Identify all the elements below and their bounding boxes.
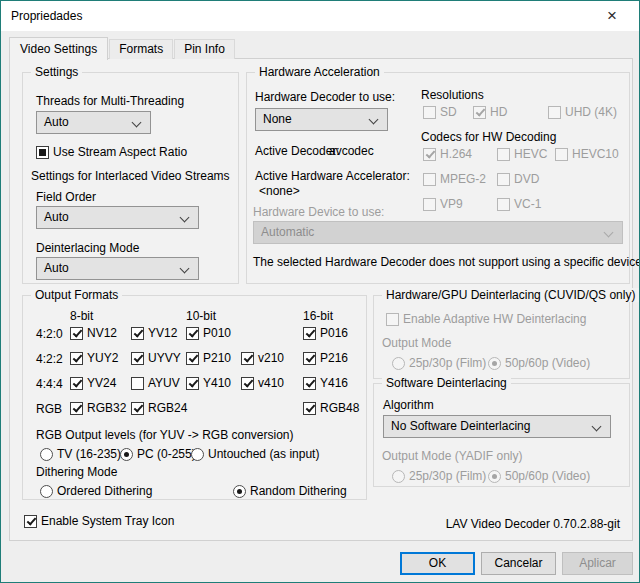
radio-sw-film: 25p/30p (Film) (392, 469, 486, 483)
radio-tv-levels[interactable]: TV (16-235) (40, 447, 121, 461)
tab-pin-info[interactable]: Pin Info (174, 39, 235, 59)
tab-video-settings[interactable]: Video Settings (9, 37, 108, 60)
radio-label: PC (0-255) (137, 447, 196, 461)
checkbox-box (423, 198, 436, 211)
format-rgb24-checkbox[interactable]: RGB24 (131, 401, 187, 415)
codec-hevc10-checkbox: HEVC10 (555, 147, 619, 161)
hw-decoder-label: Hardware Decoder to use: (255, 90, 395, 104)
format-v210-checkbox[interactable]: v210 (241, 351, 284, 365)
format-y410-checkbox[interactable]: Y410 (186, 376, 231, 390)
sw-deint-group-title: Software Deinterlacing (382, 376, 511, 390)
resolutions-title: Resolutions (421, 88, 484, 102)
format-p016-checkbox[interactable]: P016 (303, 326, 348, 340)
checkbox-box (186, 352, 199, 365)
checkbox-box (70, 402, 83, 415)
radio-random-dithering[interactable]: Random Dithering (233, 484, 347, 498)
checkbox-label: Enable Adaptive HW Deinterlacing (403, 312, 586, 326)
algorithm-value: No Software Deinterlacing (391, 419, 530, 433)
checkbox-box (131, 352, 144, 365)
format-rgb48-checkbox[interactable]: RGB48 (303, 401, 359, 415)
close-icon: × (607, 7, 617, 24)
format-uyvy-checkbox[interactable]: UYVY (131, 351, 181, 365)
hw-decoder-value: None (263, 112, 292, 126)
radio-pc-levels[interactable]: PC (0-255) (120, 447, 196, 461)
checkbox-label: P216 (320, 351, 348, 365)
hw-decoder-combobox[interactable]: None (255, 108, 388, 131)
hw-device-note: The selected Hardware Decoder does not s… (253, 255, 640, 269)
checkbox-label: Y416 (320, 376, 348, 390)
hw-deinterlacing-group: Hardware/GPU Deinterlacing (CUVID/QS onl… (373, 295, 630, 379)
hw-deint-group-title: Hardware/GPU Deinterlacing (CUVID/QS onl… (382, 288, 639, 302)
checkbox-label: UHD (4K) (565, 105, 617, 119)
deinterlacing-mode-combobox[interactable]: Auto (36, 257, 199, 280)
format-rgb32-checkbox[interactable]: RGB32 (70, 401, 126, 415)
codecs-title: Codecs for HW Decoding (421, 130, 556, 144)
checkbox-label: P210 (203, 351, 231, 365)
resolution-uhd-checkbox: UHD (4K) (548, 105, 617, 119)
cancel-button[interactable]: Cancelar (481, 552, 556, 575)
checkbox-label: VC-1 (514, 197, 541, 211)
tab-formats[interactable]: Formats (109, 39, 173, 59)
format-yv12-checkbox[interactable]: YV12 (131, 326, 177, 340)
threads-label: Threads for Multi-Threading (36, 94, 184, 108)
checkbox-box (497, 198, 510, 211)
format-v410-checkbox[interactable]: v410 (241, 376, 284, 390)
checkbox-box (423, 173, 436, 186)
col-header-16bit: 16-bit (303, 309, 333, 323)
checkbox-label: YUY2 (87, 351, 118, 365)
checkbox-label: P010 (203, 326, 231, 340)
radio-circle (488, 470, 501, 483)
format-yv24-checkbox[interactable]: YV24 (70, 376, 116, 390)
window-title: Propriedades (11, 9, 82, 23)
codec-hevc-checkbox: HEVC (497, 147, 547, 161)
radio-label: Untouched (as input) (208, 447, 319, 461)
checkbox-label: NV12 (87, 326, 117, 340)
col-header-8bit: 8-bit (70, 309, 93, 323)
ok-button-label: OK (429, 556, 446, 570)
titlebar: Propriedades × (1, 1, 639, 31)
checkbox-box (497, 148, 510, 161)
rgb-levels-label: RGB Output levels (for YUV -> RGB conver… (36, 428, 294, 442)
codec-vp9-checkbox: VP9 (423, 197, 463, 211)
ok-button[interactable]: OK (400, 552, 475, 575)
checkbox-box (131, 327, 144, 340)
algorithm-combobox[interactable]: No Software Deinterlacing (383, 415, 611, 438)
radio-ordered-dithering[interactable]: Ordered Dithering (40, 484, 152, 498)
threads-combobox[interactable]: Auto (36, 111, 151, 134)
checkbox-label: AYUV (148, 376, 180, 390)
format-ayuv-checkbox[interactable]: AYUV (131, 376, 180, 390)
field-order-combobox[interactable]: Auto (36, 206, 199, 229)
format-nv12-checkbox[interactable]: NV12 (70, 326, 117, 340)
checkbox-box (303, 402, 316, 415)
checkbox-box (423, 106, 436, 119)
radio-untouched-levels[interactable]: Untouched (as input) (191, 447, 319, 461)
checkbox-box (131, 402, 144, 415)
format-yuy2-checkbox[interactable]: YUY2 (70, 351, 118, 365)
checkbox-box (555, 148, 568, 161)
close-button[interactable]: × (591, 1, 633, 30)
radio-circle (392, 357, 405, 370)
row-label-444: 4:4:4 (36, 377, 63, 391)
format-p010-checkbox[interactable]: P010 (186, 326, 231, 340)
apply-button: Aplicar (562, 552, 633, 575)
radio-circle (392, 470, 405, 483)
checkbox-box (70, 352, 83, 365)
resolution-hd-checkbox: HD (473, 105, 507, 119)
format-p210-checkbox[interactable]: P210 (186, 351, 231, 365)
radio-label: 25p/30p (Film) (409, 469, 486, 483)
radio-hw-film: 25p/30p (Film) (392, 356, 486, 370)
system-tray-checkbox[interactable]: Enable System Tray Icon (24, 514, 174, 528)
use-stream-aspect-ratio-checkbox[interactable]: Use Stream Aspect Ratio (36, 145, 187, 159)
format-p216-checkbox[interactable]: P216 (303, 351, 348, 365)
checkbox-label: RGB32 (87, 401, 126, 415)
hw-accel-group-title: Hardware Acceleration (255, 65, 384, 79)
checkbox-label: v210 (258, 351, 284, 365)
checkbox-box (36, 146, 49, 159)
codec-dvd-checkbox: DVD (497, 172, 539, 186)
col-header-10bit: 10-bit (186, 309, 216, 323)
codec-vc1-checkbox: VC-1 (497, 197, 541, 211)
field-order-value: Auto (44, 210, 69, 224)
hardware-acceleration-group: Hardware Acceleration Hardware Decoder t… (246, 72, 630, 284)
tab-strip: Video Settings Formats Pin Info (9, 36, 236, 59)
format-y416-checkbox[interactable]: Y416 (303, 376, 348, 390)
